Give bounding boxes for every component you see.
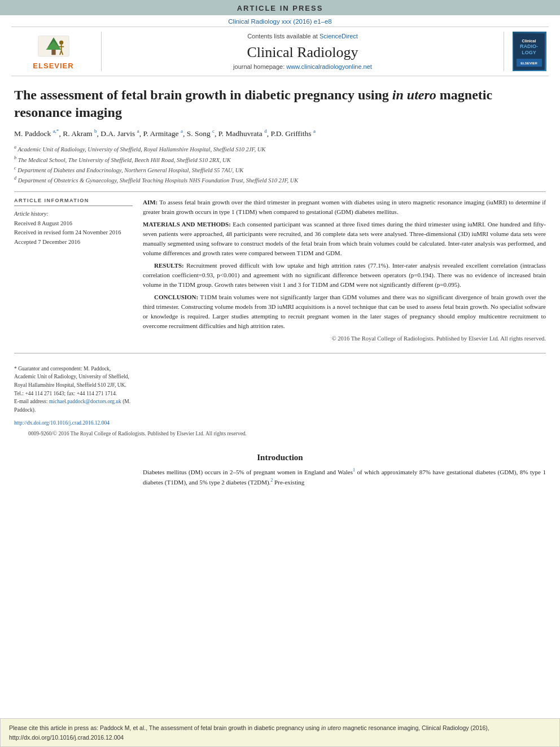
copyright-line: © 2016 The Royal College of Radiologists… <box>143 334 546 343</box>
article-info-col: ARTICLE INFORMATION Article history: Rec… <box>14 198 133 344</box>
two-col-section: ARTICLE INFORMATION Article history: Rec… <box>14 198 546 344</box>
abstract-conclusion: CONCLUSION: T1DM brain volumes were not … <box>143 292 546 331</box>
title-italic: in utero <box>392 88 436 102</box>
footnote-area: * Guarantor and correspondent: M. Paddoc… <box>14 353 546 414</box>
sciencedirect-link[interactable]: ScienceDirect <box>320 33 358 40</box>
bottom-footnote: http://dx.doi.org/10.1016/j.crad.2016.12… <box>14 420 546 429</box>
revised-date: Received in revised form 24 November 201… <box>14 229 121 235</box>
homepage-line: journal homepage: www.clinicalradiologyo… <box>233 63 372 70</box>
intro-left-spacer <box>14 467 133 487</box>
svg-text:LOGY: LOGY <box>522 50 536 55</box>
section-title-intro: Introduction <box>14 453 546 462</box>
main-content: The assessment of fetal brain growth in … <box>0 76 560 711</box>
abstract-methods: MATERIALS AND METHODS: Each consented pa… <box>143 220 546 258</box>
elsevier-logo: ELSEVIER <box>23 32 85 71</box>
accepted-date: Accepted 7 December 2016 <box>14 239 80 245</box>
footnote-two-col: * Guarantor and correspondent: M. Paddoc… <box>14 365 546 414</box>
header-right: Clinical RADIO- LOGY ELSEVIER <box>504 32 549 71</box>
footer-italic: in utero <box>321 724 341 731</box>
svg-text:Clinical: Clinical <box>522 39 536 43</box>
divider-main <box>14 191 546 192</box>
footnote-right-spacer <box>143 365 546 414</box>
intro-text-3: Pre-existing <box>273 478 304 485</box>
doi-link[interactable]: http://dx.doi.org/10.1016/j.crad.2016.12… <box>14 420 110 426</box>
issn-line: 0009-9260/© 2016 The Royal College of Ra… <box>28 431 532 440</box>
email-link[interactable]: michael.paddock@doctors.org.uk <box>49 399 121 404</box>
intro-two-col: Diabetes mellitus (DM) occurs in 2–5% of… <box>14 467 546 487</box>
footer-text-1: Please cite this article in press as: Pa… <box>9 724 321 731</box>
authors-line: M. Paddock a,*, R. Akram b, D.A. Jarvis … <box>14 127 546 139</box>
abstract-aim: AIM: To assess fetal brain growth over t… <box>143 198 546 217</box>
intro-text-col: Diabetes mellitus (DM) occurs in 2–5% of… <box>143 467 546 487</box>
article-info-divider <box>14 206 133 206</box>
abstract-col: AIM: To assess fetal brain growth over t… <box>143 198 546 344</box>
article-history-label: Article history: <box>14 211 133 217</box>
svg-point-4 <box>59 40 63 44</box>
elsevier-logo-area: ELSEVIER <box>11 32 102 71</box>
article-info-label: ARTICLE INFORMATION <box>14 198 133 203</box>
abstract-results: RESULTS: Recruitment proved difficult wi… <box>143 261 546 290</box>
svg-text:ELSEVIER: ELSEVIER <box>520 62 537 65</box>
radiology-badge: Clinical RADIO- LOGY ELSEVIER <box>513 32 546 71</box>
affil-b: The Medical School, The University of Sh… <box>18 156 231 163</box>
badge-svg: Clinical RADIO- LOGY ELSEVIER <box>514 33 545 70</box>
intro-paragraph: Diabetes mellitus (DM) occurs in 2–5% of… <box>143 467 546 487</box>
article-history-text: Received 8 August 2016 Received in revis… <box>14 219 133 247</box>
elsevier-tree-svg <box>31 33 76 62</box>
contents-available: Contents lists available at ScienceDirec… <box>247 33 358 40</box>
elsevier-label: ELSEVIER <box>33 62 73 70</box>
paper-title: The assessment of fetal brain growth in … <box>14 86 546 121</box>
guarantor-text: * Guarantor and correspondent: M. Paddoc… <box>14 366 129 396</box>
affil-d: Department of Obstetrics & Gynaecology, … <box>18 177 299 184</box>
journal-header: ELSEVIER Contents lists available at Sci… <box>11 27 549 76</box>
journal-title-header: Clinical Radiology <box>247 44 358 61</box>
homepage-link[interactable]: www.clinicalradiologyonline.net <box>286 63 372 70</box>
footer-citation-bar: Please cite this article in press as: Pa… <box>0 718 560 747</box>
homepage-label: journal homepage: <box>233 63 285 70</box>
contents-text: Contents lists available at <box>247 33 318 40</box>
introduction-section: Introduction Diabetes mellitus (DM) occu… <box>14 450 546 487</box>
email-label: E-mail address: <box>14 399 47 404</box>
intro-text-1: Diabetes mellitus (DM) occurs in 2–5% of… <box>143 469 353 475</box>
received-date: Received 8 August 2016 <box>14 220 72 226</box>
affiliations: a Academic Unit of Radiology, University… <box>14 144 546 185</box>
footnote-left: * Guarantor and correspondent: M. Paddoc… <box>14 365 133 414</box>
svg-text:RADIO-: RADIO- <box>520 43 538 49</box>
header-center: Contents lists available at ScienceDirec… <box>102 32 504 71</box>
affil-c: Department of Diabetes and Endocrinology… <box>18 167 243 173</box>
footnote-text: * Guarantor and correspondent: M. Paddoc… <box>14 365 133 414</box>
abstract-text: AIM: To assess fetal brain growth over t… <box>143 198 546 344</box>
journal-ref-line: Clinical Radiology xxx (2016) e1–e8 <box>0 15 560 27</box>
article-in-press-banner: ARTICLE IN PRESS <box>0 0 560 15</box>
affil-a: Academic Unit of Radiology, University o… <box>18 146 265 152</box>
